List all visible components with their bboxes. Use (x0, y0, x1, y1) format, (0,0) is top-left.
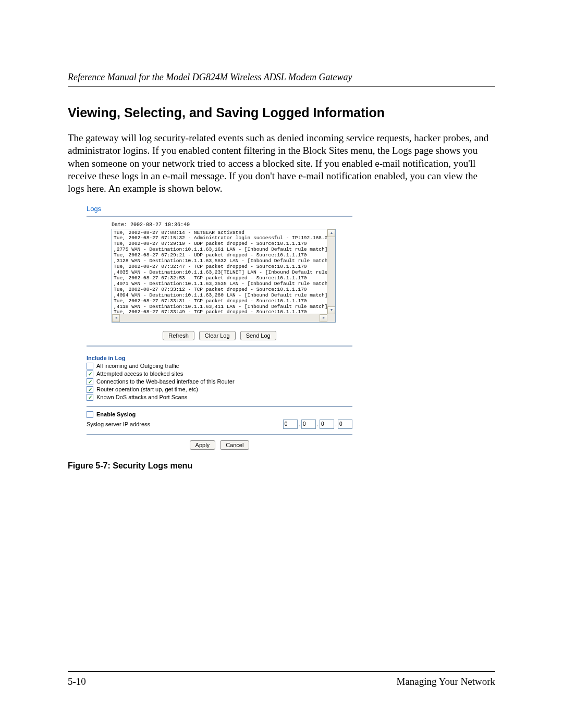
divider (87, 346, 352, 347)
include-option-row[interactable]: Known DoS attacks and Port Scans (87, 394, 352, 401)
horizontal-scrollbar[interactable]: ◂ ▸ (112, 314, 327, 322)
ip-octet-4[interactable] (338, 419, 352, 429)
body-paragraph: The gateway will log security-related ev… (68, 132, 495, 195)
page-footer: 5-10 Managing Your Network (68, 671, 495, 687)
include-option-label: All incoming and Outgoing traffic (96, 363, 179, 369)
ip-octet-3[interactable] (320, 419, 334, 429)
logs-heading: Logs (87, 205, 352, 213)
log-textarea[interactable]: Tue, 2002-08-27 07:08:14 - NETGEAR activ… (112, 229, 336, 323)
dot-icon: . (317, 421, 319, 427)
ip-octet-2[interactable] (301, 419, 316, 429)
checkbox-icon[interactable] (87, 363, 93, 369)
include-option-label: Router operation (start up, get time, et… (96, 386, 198, 392)
include-option-row[interactable]: Connections to the Web-based interface o… (87, 378, 352, 385)
log-content: Tue, 2002-08-27 07:08:14 - NETGEAR activ… (112, 229, 335, 316)
scroll-up-icon[interactable]: ▴ (327, 229, 335, 237)
include-in-log-heading: Include in Log (87, 355, 352, 361)
clear-log-button[interactable]: Clear Log (199, 331, 236, 340)
figure-caption: Figure 5-7: Security Logs menu (68, 461, 495, 471)
include-option-label: Connections to the Web-based interface o… (96, 378, 235, 385)
scroll-down-icon[interactable]: ▾ (327, 306, 335, 314)
scroll-left-icon[interactable]: ◂ (112, 314, 120, 322)
scroll-corner (327, 314, 335, 322)
include-option-row[interactable]: Attempted access to blocked sites (87, 371, 352, 377)
log-date: Date: 2002-08-27 10:36:40 (112, 222, 352, 228)
divider (87, 406, 352, 407)
checkbox-icon[interactable] (87, 394, 93, 401)
checkbox-icon[interactable] (87, 386, 93, 393)
document-header: Reference Manual for the Model DG824M Wi… (68, 72, 495, 87)
ip-octet-1[interactable] (283, 419, 298, 429)
dot-icon: . (299, 421, 300, 427)
include-option-row[interactable]: All incoming and Outgoing traffic (87, 363, 352, 369)
dot-icon: . (335, 421, 337, 427)
enable-syslog-label: Enable Syslog (96, 411, 136, 417)
divider (87, 216, 352, 217)
refresh-button[interactable]: Refresh (163, 331, 194, 340)
include-option-label: Attempted access to blocked sites (96, 371, 183, 377)
checkbox-icon[interactable] (87, 378, 93, 385)
divider (87, 434, 352, 435)
apply-button[interactable]: Apply (190, 440, 216, 450)
syslog-ip-inputs: . . . (283, 419, 352, 429)
include-option-label: Known DoS attacks and Port Scans (96, 394, 187, 400)
footer-section: Managing Your Network (397, 676, 495, 687)
vertical-scrollbar[interactable]: ▴ ▾ (327, 229, 335, 314)
section-title: Viewing, Selecting, and Saving Logged In… (68, 105, 495, 120)
figure-screenshot: Logs Date: 2002-08-27 10:36:40 Tue, 2002… (87, 205, 352, 450)
syslog-ip-label: Syslog server IP address (87, 421, 150, 427)
send-log-button[interactable]: Send Log (240, 331, 276, 340)
scroll-right-icon[interactable]: ▸ (320, 314, 327, 322)
cancel-button[interactable]: Cancel (220, 440, 249, 450)
enable-syslog-row[interactable]: Enable Syslog (87, 411, 352, 418)
checkbox-icon[interactable] (87, 371, 93, 377)
include-option-row[interactable]: Router operation (start up, get time, et… (87, 386, 352, 393)
checkbox-icon[interactable] (87, 411, 93, 418)
page-number: 5-10 (68, 676, 86, 687)
